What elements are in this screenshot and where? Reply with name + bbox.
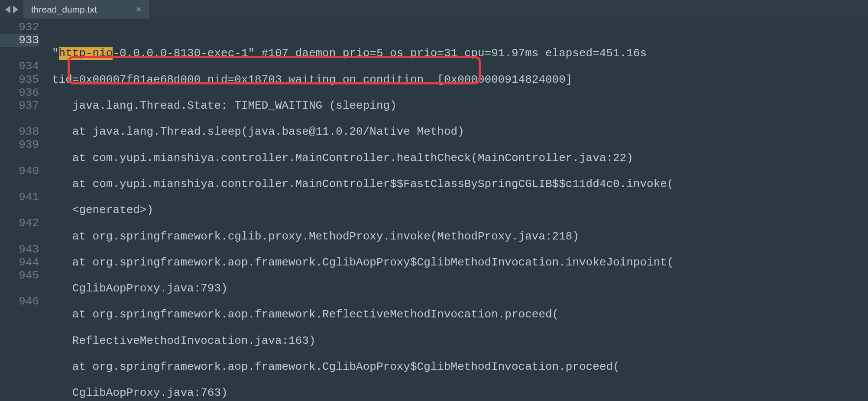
line-number: 935 <box>0 73 39 86</box>
line-number: 934 <box>0 60 39 73</box>
code-line: at org.springframework.aop.framework.Cgl… <box>52 360 674 373</box>
line-number: 944 <box>0 256 39 269</box>
code-line: CglibAopProxy.java:763) <box>52 386 674 399</box>
line-number <box>0 230 39 243</box>
line-number: 932 <box>0 21 39 34</box>
code-line: tid=0x00007f81ae68d000 nid=0x18703 waiti… <box>52 73 674 86</box>
line-number: 940 <box>0 165 39 178</box>
nav-forward-icon[interactable] <box>13 6 18 13</box>
line-number: 946 <box>0 295 39 308</box>
line-number <box>0 178 39 191</box>
line-number: 936 <box>0 86 39 99</box>
line-number: 941 <box>0 191 39 204</box>
line-number-gutter: 932933 934935936937 938939 940 941 942 9… <box>0 19 45 401</box>
code-line: at com.yupi.mianshiya.controller.MainCon… <box>52 178 674 191</box>
line-number <box>0 308 39 321</box>
line-number: 939 <box>0 138 39 151</box>
editor[interactable]: 932933 934935936937 938939 940 941 942 9… <box>0 19 868 401</box>
line-number: 933 <box>0 34 39 47</box>
line-number <box>0 112 39 125</box>
code-line: "http-nio-0.0.0.0-8130-exec-1" #107 daem… <box>52 47 674 60</box>
code-line: at org.springframework.aop.framework.Cgl… <box>52 256 674 269</box>
code-line: at org.springframework.aop.framework.Ref… <box>52 308 674 321</box>
line-number: 943 <box>0 243 39 256</box>
line-number: 945 <box>0 269 39 282</box>
line-number <box>0 152 39 165</box>
code-line: at org.springframework.cglib.proxy.Metho… <box>52 230 674 243</box>
nav-arrows <box>0 0 23 19</box>
search-highlight: http-nio <box>59 47 113 60</box>
line-number: 938 <box>0 125 39 138</box>
code-text: -0.0.0.0-8130-exec-1" #107 daemon prio=5… <box>113 47 647 60</box>
nav-back-icon[interactable] <box>5 6 10 13</box>
code-line: <generated>) <box>52 204 674 217</box>
code-text: " <box>52 47 59 60</box>
tab-title: thread_dump.txt <box>31 4 97 15</box>
line-number: 942 <box>0 217 39 230</box>
line-number <box>0 282 39 295</box>
line-number <box>0 204 39 217</box>
code-line: CglibAopProxy.java:793) <box>52 282 674 295</box>
code-line: ReflectiveMethodInvocation.java:163) <box>52 334 674 347</box>
line-number <box>0 47 39 60</box>
code-line: at java.lang.Thread.sleep(java.base@11.0… <box>52 125 674 138</box>
code-line: java.lang.Thread.State: TIMED_WAITING (s… <box>52 99 674 112</box>
tab-thread-dump[interactable]: thread_dump.txt × <box>23 0 150 19</box>
code-area[interactable]: "http-nio-0.0.0.0-8130-exec-1" #107 daem… <box>45 19 674 401</box>
close-icon[interactable]: × <box>136 5 142 14</box>
tab-bar: thread_dump.txt × <box>0 0 868 19</box>
line-number: 937 <box>0 99 39 112</box>
code-line: at com.yupi.mianshiya.controller.MainCon… <box>52 152 674 165</box>
